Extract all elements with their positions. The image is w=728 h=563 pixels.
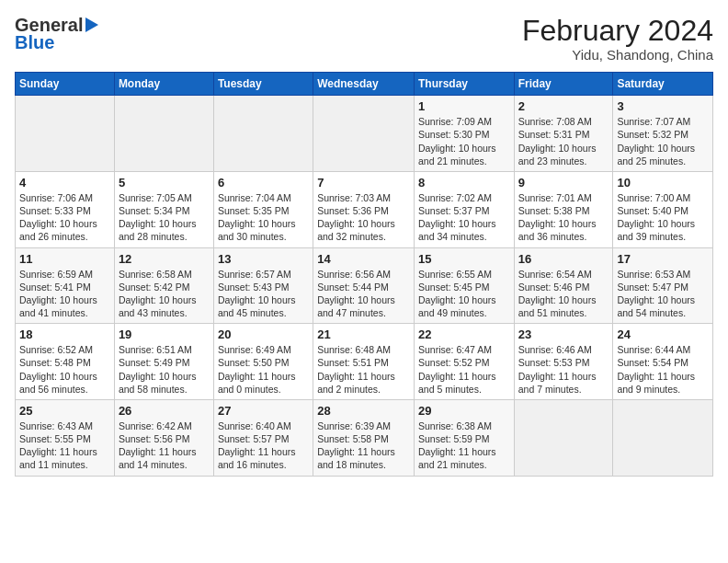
calendar-cell <box>313 96 415 172</box>
calendar-cell <box>213 96 313 172</box>
day-number: 27 <box>218 404 309 418</box>
calendar-cell: 13Sunrise: 6:57 AMSunset: 5:43 PMDayligh… <box>213 247 313 324</box>
calendar-cell <box>514 399 613 476</box>
calendar-cell: 4Sunrise: 7:06 AMSunset: 5:33 PMDaylight… <box>16 171 115 247</box>
day-info: Sunrise: 6:51 AMSunset: 5:49 PMDaylight:… <box>119 343 210 396</box>
calendar-cell: 23Sunrise: 6:46 AMSunset: 5:53 PMDayligh… <box>514 324 613 400</box>
day-info: Sunrise: 6:39 AMSunset: 5:58 PMDaylight:… <box>317 419 410 472</box>
calendar-cell: 15Sunrise: 6:55 AMSunset: 5:45 PMDayligh… <box>414 247 514 324</box>
calendar-cell: 6Sunrise: 7:04 AMSunset: 5:35 PMDaylight… <box>213 171 313 247</box>
page-header: General Blue February 2024 Yidu, Shandon… <box>15 15 713 63</box>
column-header-saturday: Saturday <box>613 73 713 96</box>
day-info: Sunrise: 6:54 AMSunset: 5:46 PMDaylight:… <box>518 268 609 320</box>
day-info: Sunrise: 6:52 AMSunset: 5:48 PMDaylight:… <box>19 343 110 396</box>
day-number: 20 <box>218 327 309 341</box>
day-number: 16 <box>518 252 609 266</box>
calendar-header-row: SundayMondayTuesdayWednesdayThursdayFrid… <box>16 73 713 96</box>
day-number: 10 <box>617 176 709 190</box>
day-number: 26 <box>119 404 210 418</box>
day-info: Sunrise: 6:49 AMSunset: 5:50 PMDaylight:… <box>218 343 309 396</box>
title-block: February 2024 Yidu, Shandong, China <box>522 15 713 63</box>
day-number: 22 <box>418 327 510 341</box>
day-info: Sunrise: 7:04 AMSunset: 5:35 PMDaylight:… <box>218 191 309 244</box>
day-number: 4 <box>19 176 110 190</box>
calendar-cell: 25Sunrise: 6:43 AMSunset: 5:55 PMDayligh… <box>16 399 115 476</box>
day-number: 19 <box>119 327 210 341</box>
calendar-cell <box>16 96 115 172</box>
day-info: Sunrise: 7:09 AMSunset: 5:30 PMDaylight:… <box>418 115 510 167</box>
day-number: 17 <box>617 252 709 266</box>
calendar-cell: 1Sunrise: 7:09 AMSunset: 5:30 PMDaylight… <box>414 96 514 172</box>
day-info: Sunrise: 7:03 AMSunset: 5:36 PMDaylight:… <box>317 191 410 244</box>
calendar-cell: 10Sunrise: 7:00 AMSunset: 5:40 PMDayligh… <box>613 171 713 247</box>
calendar-week-row: 25Sunrise: 6:43 AMSunset: 5:55 PMDayligh… <box>16 399 713 476</box>
calendar-week-row: 11Sunrise: 6:59 AMSunset: 5:41 PMDayligh… <box>16 247 713 324</box>
calendar-cell: 24Sunrise: 6:44 AMSunset: 5:54 PMDayligh… <box>613 324 713 400</box>
day-info: Sunrise: 6:56 AMSunset: 5:44 PMDaylight:… <box>317 268 410 320</box>
day-number: 12 <box>119 252 210 266</box>
day-number: 2 <box>518 99 609 113</box>
day-number: 7 <box>317 176 410 190</box>
day-info: Sunrise: 6:57 AMSunset: 5:43 PMDaylight:… <box>218 268 309 320</box>
calendar-cell: 19Sunrise: 6:51 AMSunset: 5:49 PMDayligh… <box>114 324 213 400</box>
calendar-week-row: 4Sunrise: 7:06 AMSunset: 5:33 PMDaylight… <box>16 171 713 247</box>
day-number: 15 <box>418 252 510 266</box>
calendar-cell: 7Sunrise: 7:03 AMSunset: 5:36 PMDaylight… <box>313 171 415 247</box>
day-info: Sunrise: 6:59 AMSunset: 5:41 PMDaylight:… <box>19 268 110 320</box>
calendar-week-row: 1Sunrise: 7:09 AMSunset: 5:30 PMDaylight… <box>16 96 713 172</box>
calendar-cell: 12Sunrise: 6:58 AMSunset: 5:42 PMDayligh… <box>114 247 213 324</box>
day-number: 9 <box>518 176 609 190</box>
day-info: Sunrise: 6:47 AMSunset: 5:52 PMDaylight:… <box>418 343 510 396</box>
day-info: Sunrise: 6:48 AMSunset: 5:51 PMDaylight:… <box>317 343 410 396</box>
day-number: 18 <box>19 327 110 341</box>
day-info: Sunrise: 6:46 AMSunset: 5:53 PMDaylight:… <box>518 343 609 396</box>
calendar-cell: 27Sunrise: 6:40 AMSunset: 5:57 PMDayligh… <box>213 399 313 476</box>
calendar-table: SundayMondayTuesdayWednesdayThursdayFrid… <box>15 72 713 476</box>
calendar-cell <box>613 399 713 476</box>
day-number: 1 <box>418 99 510 113</box>
day-number: 6 <box>218 176 309 190</box>
day-number: 21 <box>317 327 410 341</box>
day-number: 24 <box>617 327 709 341</box>
day-info: Sunrise: 7:06 AMSunset: 5:33 PMDaylight:… <box>19 191 110 244</box>
day-info: Sunrise: 6:53 AMSunset: 5:47 PMDaylight:… <box>617 268 709 320</box>
column-header-thursday: Thursday <box>414 73 514 96</box>
calendar-cell: 20Sunrise: 6:49 AMSunset: 5:50 PMDayligh… <box>213 324 313 400</box>
calendar-cell <box>114 96 213 172</box>
day-info: Sunrise: 6:55 AMSunset: 5:45 PMDaylight:… <box>418 268 510 320</box>
day-info: Sunrise: 7:02 AMSunset: 5:37 PMDaylight:… <box>418 191 510 244</box>
logo-arrow-icon <box>85 17 98 32</box>
day-number: 5 <box>119 176 210 190</box>
day-info: Sunrise: 7:08 AMSunset: 5:31 PMDaylight:… <box>518 115 609 167</box>
calendar-week-row: 18Sunrise: 6:52 AMSunset: 5:48 PMDayligh… <box>16 324 713 400</box>
day-number: 3 <box>617 99 709 113</box>
calendar-cell: 11Sunrise: 6:59 AMSunset: 5:41 PMDayligh… <box>16 247 115 324</box>
calendar-cell: 22Sunrise: 6:47 AMSunset: 5:52 PMDayligh… <box>414 324 514 400</box>
calendar-cell: 26Sunrise: 6:42 AMSunset: 5:56 PMDayligh… <box>114 399 213 476</box>
day-number: 14 <box>317 252 410 266</box>
logo-blue-text: Blue <box>15 32 54 53</box>
calendar-cell: 5Sunrise: 7:05 AMSunset: 5:34 PMDaylight… <box>114 171 213 247</box>
calendar-cell: 3Sunrise: 7:07 AMSunset: 5:32 PMDaylight… <box>613 96 713 172</box>
day-number: 11 <box>19 252 110 266</box>
calendar-cell: 29Sunrise: 6:38 AMSunset: 5:59 PMDayligh… <box>414 399 514 476</box>
day-info: Sunrise: 6:44 AMSunset: 5:54 PMDaylight:… <box>617 343 709 396</box>
calendar-cell: 21Sunrise: 6:48 AMSunset: 5:51 PMDayligh… <box>313 324 415 400</box>
calendar-cell: 8Sunrise: 7:02 AMSunset: 5:37 PMDaylight… <box>414 171 514 247</box>
calendar-cell: 2Sunrise: 7:08 AMSunset: 5:31 PMDaylight… <box>514 96 613 172</box>
day-number: 29 <box>418 404 510 418</box>
column-header-wednesday: Wednesday <box>313 73 415 96</box>
day-info: Sunrise: 7:00 AMSunset: 5:40 PMDaylight:… <box>617 191 709 244</box>
day-info: Sunrise: 7:07 AMSunset: 5:32 PMDaylight:… <box>617 115 709 167</box>
calendar-cell: 16Sunrise: 6:54 AMSunset: 5:46 PMDayligh… <box>514 247 613 324</box>
calendar-cell: 9Sunrise: 7:01 AMSunset: 5:38 PMDaylight… <box>514 171 613 247</box>
column-header-friday: Friday <box>514 73 613 96</box>
day-info: Sunrise: 6:43 AMSunset: 5:55 PMDaylight:… <box>19 419 110 472</box>
calendar-cell: 14Sunrise: 6:56 AMSunset: 5:44 PMDayligh… <box>313 247 415 324</box>
day-info: Sunrise: 6:58 AMSunset: 5:42 PMDaylight:… <box>119 268 210 320</box>
logo: General Blue <box>15 15 98 53</box>
calendar-cell: 17Sunrise: 6:53 AMSunset: 5:47 PMDayligh… <box>613 247 713 324</box>
column-header-monday: Monday <box>114 73 213 96</box>
calendar-cell: 28Sunrise: 6:39 AMSunset: 5:58 PMDayligh… <box>313 399 415 476</box>
column-header-sunday: Sunday <box>16 73 115 96</box>
